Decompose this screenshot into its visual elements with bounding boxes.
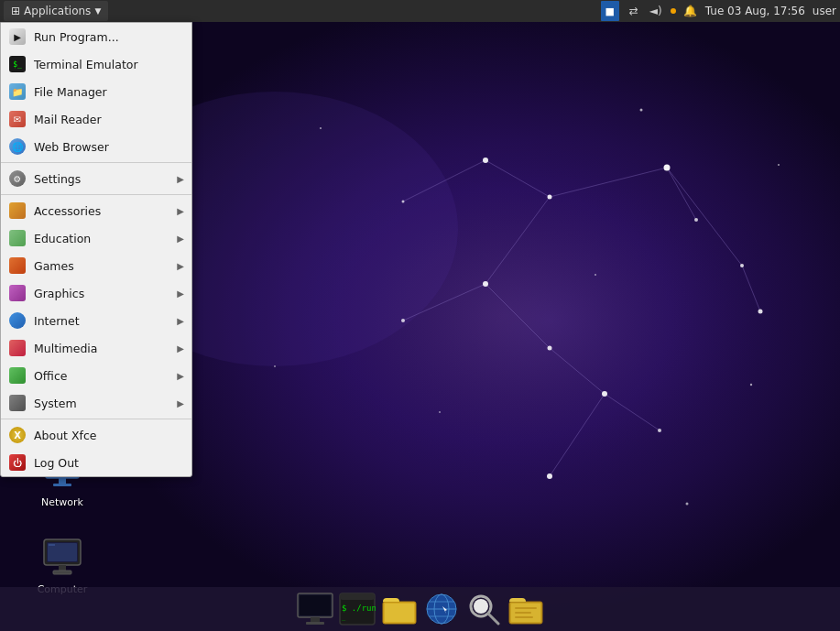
accessories-icon [8,201,27,220]
top-panel: ⊞ Applications ▼ ■ ⇄ ◄) 🔔 Tue 03 Aug, 17… [0,0,840,22]
svg-text:$ ./run: $ ./run [342,604,376,613]
svg-line-78 [488,614,498,624]
menu-item-log-out[interactable]: ⏻ Log Out [1,449,191,476]
multimedia-arrow: ▶ [177,343,184,354]
menu-item-education[interactable]: Education ▶ [1,224,191,252]
menu-item-about-xfce[interactable]: X About Xfce [1,421,191,449]
menu-item-internet[interactable]: Internet ▶ [1,307,191,334]
panel-right: ■ ⇄ ◄) 🔔 Tue 03 Aug, 17:56 user [601,1,836,21]
svg-point-19 [758,310,763,314]
svg-point-25 [602,391,607,397]
graphics-icon [8,284,27,302]
system-label: System [34,397,169,410]
menu-item-games[interactable]: Games ▶ [1,252,191,279]
menu-item-accessories[interactable]: Accessories ▶ [1,197,191,224]
taskbar-terminal-icon[interactable]: $ ./run _ [338,590,376,628]
svg-point-23 [402,201,405,203]
svg-point-34 [595,274,596,276]
svg-rect-82 [515,612,531,614]
svg-rect-55 [48,543,77,561]
mail-reader-label: Mail Reader [34,113,184,126]
separator-2 [1,194,191,195]
taskbar: $ ./run _ [0,587,840,631]
svg-rect-83 [515,616,533,618]
svg-rect-47 [59,478,66,484]
accessories-arrow: ▶ [177,206,184,216]
log-out-icon: ⏻ [8,453,27,472]
about-xfce-icon: X [8,426,27,444]
settings-arrow: ▶ [177,174,184,184]
svg-rect-57 [53,571,71,574]
svg-rect-56 [59,565,66,571]
menu-item-terminal[interactable]: $_ Terminal Emulator [1,50,191,78]
svg-rect-60 [300,595,331,615]
menu-item-multimedia[interactable]: Multimedia ▶ [1,334,191,362]
internet-icon [8,311,27,330]
multimedia-icon [8,339,27,357]
terminal-label: Terminal Emulator [34,58,184,71]
taskbar-screen-icon[interactable] [296,590,334,628]
menu-item-file-manager[interactable]: 📁 File Manager [1,78,191,105]
taskbar-browser-icon[interactable] [422,590,461,628]
highlight-indicator: ■ [605,5,615,17]
panel-left: ⊞ Applications ▼ [4,1,108,21]
taskbar-folder-icon[interactable] [507,590,545,628]
menu-item-office[interactable]: Office ▶ [1,362,191,389]
datetime-display: Tue 03 Aug, 17:56 [705,5,805,17]
svg-point-28 [320,127,322,129]
svg-point-24 [694,218,698,222]
system-arrow: ▶ [177,398,184,408]
menu-item-settings[interactable]: ⚙ Settings ▶ [1,165,191,192]
separator-3 [1,419,191,419]
system-icon [8,394,27,412]
network-label: Network [41,496,83,508]
applications-button[interactable]: ⊞ Applications ▼ [4,1,108,21]
apps-icon: ⊞ [11,5,20,17]
menu-item-web-browser[interactable]: 🌐 Web Browser [1,133,191,160]
web-browser-label: Web Browser [34,140,184,154]
education-arrow: ▶ [177,234,184,244]
accessories-label: Accessories [34,204,169,218]
user-display: user [813,5,836,17]
computer-icon-image [40,536,84,580]
internet-arrow: ▶ [177,316,184,326]
bell-icon: 🔔 [683,4,698,18]
internet-label: Internet [34,314,169,328]
svg-point-20 [483,281,488,287]
graphics-arrow: ▶ [177,288,184,299]
svg-point-77 [474,599,488,614]
applications-label: Applications [24,5,91,17]
svg-point-33 [274,365,276,367]
taskbar-files-icon[interactable] [380,590,419,628]
run-program-label: Run Program... [34,30,184,44]
games-arrow: ▶ [177,261,184,271]
run-program-icon: ▶ [8,27,27,46]
menu-item-run-program[interactable]: ▶ Run Program... [1,23,191,50]
svg-point-26 [658,429,661,432]
file-manager-icon: 📁 [8,82,27,101]
svg-point-35 [750,384,752,386]
menu-item-mail-reader[interactable]: ✉ Mail Reader [1,105,191,133]
settings-label: Settings [34,172,169,186]
notification-dot [671,8,676,14]
svg-rect-62 [306,622,324,625]
svg-point-15 [483,158,488,163]
office-label: Office [34,369,169,383]
svg-point-17 [664,165,671,171]
svg-point-22 [401,319,405,322]
svg-point-18 [740,264,744,267]
graphics-label: Graphics [34,287,169,300]
volume-icon: ◄) [649,4,663,18]
settings-icon: ⚙ [8,169,27,188]
svg-point-29 [640,109,643,112]
panel-highlight: ■ [601,1,619,21]
taskbar-search-icon[interactable] [464,590,503,628]
svg-rect-48 [53,484,71,486]
terminal-menu-icon: $_ [8,55,27,73]
menu-item-system[interactable]: System ▶ [1,389,191,417]
svg-point-16 [548,195,552,200]
log-out-label: Log Out [34,456,184,470]
about-xfce-label: About Xfce [34,429,184,442]
svg-rect-61 [311,617,320,622]
menu-item-graphics[interactable]: Graphics ▶ [1,279,191,307]
